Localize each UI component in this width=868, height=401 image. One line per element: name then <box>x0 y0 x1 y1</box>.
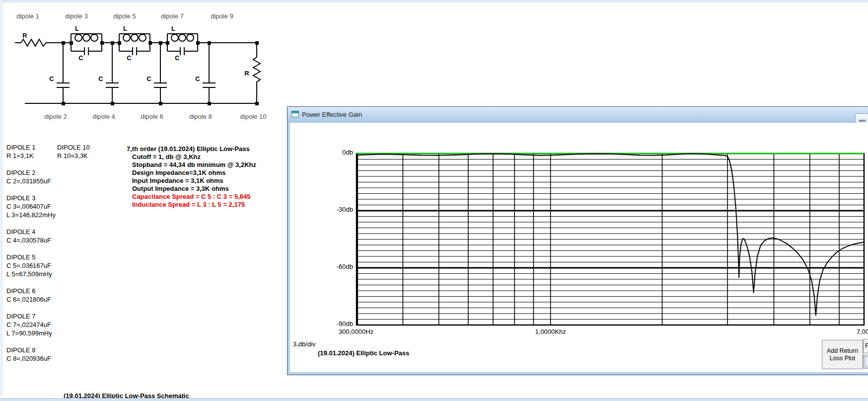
description-line: Design Impedance=3,1K ohms <box>127 169 256 177</box>
description-line: Stopband = 44,34 db minimum @ 3,2Khz <box>127 161 256 169</box>
dipole-entry: DIPOLE 6C 6=,021806uF <box>6 287 56 304</box>
window-icon <box>291 111 299 117</box>
dipole-2-label: dipole 2 <box>44 113 67 120</box>
dipole-entry: DIPOLE 4C 4=,030578uF <box>6 228 56 244</box>
dipole-entry: DIPOLE 7C 7=,022474uFL 7=90,599mHy <box>6 312 56 337</box>
window-title: Power Effective Gain <box>302 111 362 118</box>
bottom-window-strip <box>0 398 868 401</box>
svg-text:C: C <box>195 75 200 82</box>
filter-description-block: 7,th order (19.01.2024) Elliptic Low-Pas… <box>127 145 256 209</box>
description-line: Output Impedance = 3,3K ohms <box>127 185 256 193</box>
svg-text:C: C <box>175 54 180 62</box>
description-line: 7,th order (19.01.2024) Elliptic Low-Pas… <box>127 145 256 153</box>
y-tick-label: -30db <box>337 206 353 213</box>
dipole-6-label: dipole 6 <box>141 113 163 120</box>
dipole-value-list-column1: DIPOLE 1R 1=3,1KDIPOLE 2C 2=,031855uFDIP… <box>6 143 56 371</box>
dipole-10-label: dipole 10 <box>240 113 267 120</box>
input-resistor-label: R <box>22 32 27 39</box>
description-line: Input Impedance = 3,1K ohms <box>127 177 256 185</box>
description-line: Capacitance Spread = C 5 : C 3 = 5,645 <box>127 193 256 201</box>
partial-button-lower-right-edge[interactable] <box>863 355 868 369</box>
elliptic-lowpass-schematic: dipole 1 dipole 3 dipole 5 dipole 7 dipo… <box>0 0 278 124</box>
shunt-capacitor-2: C <box>49 43 70 103</box>
lc-tank-3: L C <box>71 25 102 62</box>
lc-tank-7: L C <box>167 25 198 62</box>
dipole-8-label: dipole 8 <box>189 113 212 120</box>
x-tick-label: 7,00 <box>857 328 868 335</box>
svg-text:C: C <box>49 75 54 82</box>
dipole-entry: DIPOLE 5C 5=,036167uFL 5=67,509mHy <box>6 253 56 278</box>
focus-rectangle <box>865 356 868 367</box>
dipole-entry: DIPOLE 3C 3=,006407uFL 3=146,822mHy <box>6 194 56 219</box>
description-line: Cutoff = 1, db @ 3,Khz <box>127 153 256 161</box>
dipole-1-label: dipole 1 <box>16 12 39 20</box>
y-tick-label: 0db <box>342 149 353 156</box>
dipole-9-label: dipole 9 <box>211 12 233 20</box>
svg-text:L: L <box>171 25 175 32</box>
dipole-3-label: dipole 3 <box>65 12 88 20</box>
plot-caption: (19.01.2024) Elliptic Low-Pass <box>318 349 409 357</box>
window-titlebar[interactable]: Power Effective Gain <box>288 107 868 122</box>
series-power-effective-gain <box>357 154 864 315</box>
dipole-entry: DIPOLE 2C 2=,031855uF <box>6 168 56 185</box>
dipole-value-list-column2: DIPOLE 10R 10=3,3K <box>57 143 90 168</box>
svg-text:R: R <box>244 70 249 77</box>
svg-text:C: C <box>146 75 151 82</box>
svg-text:C: C <box>127 54 132 62</box>
shunt-capacitor-8: C <box>195 43 216 103</box>
description-line: Inductance Spread = L 3 : L 5 = 2,175 <box>127 201 256 209</box>
svg-text:L: L <box>123 25 127 32</box>
dipole-4-label: dipole 4 <box>92 113 115 120</box>
dipole-7-label: dipole 7 <box>161 12 184 20</box>
y-tick-label: -90db <box>337 320 353 327</box>
gain-plot: 0db-30db-60db-90db300,0000Hz1,0000Khz7,0… <box>290 122 868 373</box>
add-return-loss-plot-button[interactable]: Add Return Loss Plot <box>822 340 863 369</box>
shunt-capacitor-4: C <box>98 43 119 103</box>
x-tick-label: 1,0000Khz <box>535 328 566 335</box>
x-tick-label: 300,0000Hz <box>339 328 373 335</box>
dipole-entry: DIPOLE 1R 1=3,1K <box>6 143 56 160</box>
dipole-entry: DIPOLE 10R 10=3,3K <box>57 143 90 160</box>
lc-tank-5: L C <box>119 25 150 62</box>
dipole-entry: DIPOLE 8C 8=,020936uF <box>6 346 56 363</box>
svg-text:C: C <box>98 75 103 82</box>
dipole-5-label: dipole 5 <box>113 12 136 20</box>
minimize-icon <box>859 120 866 122</box>
svg-text:L: L <box>75 25 79 32</box>
db-per-div-label: 3,db/div <box>293 340 316 348</box>
y-tick-label: -60db <box>337 263 353 270</box>
svg-text:C: C <box>78 54 83 62</box>
load-resistor: R <box>244 43 260 103</box>
partial-button-right-edge[interactable]: F <box>863 339 868 353</box>
screen: dipole 1 dipole 3 dipole 5 dipole 7 dipo… <box>0 0 868 401</box>
shunt-capacitor-6: C <box>146 43 167 103</box>
